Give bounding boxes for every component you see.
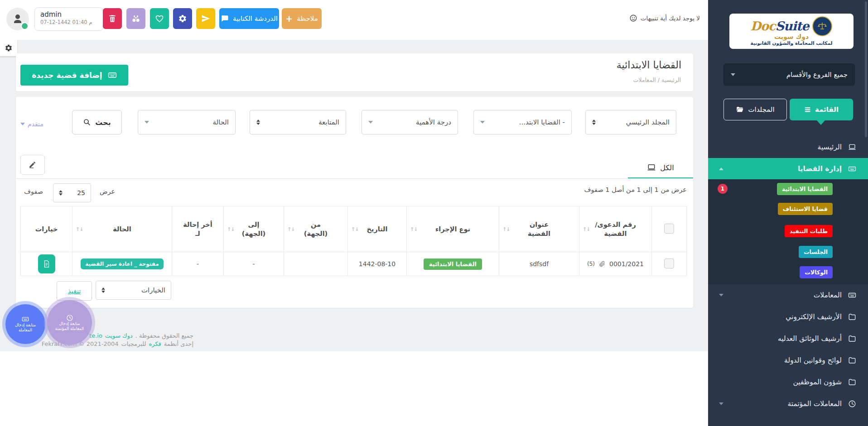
cell-to-entity: - [224, 252, 284, 276]
paper-plane-icon [201, 14, 210, 23]
submenu-sessions[interactable]: الجلسات [799, 246, 833, 258]
binoculars-button[interactable] [126, 8, 145, 29]
sidebar-scrollbar[interactable] [865, 1, 867, 137]
updown-icon [592, 120, 596, 125]
page-size-select[interactable]: 25 [53, 183, 91, 202]
sidebar-item-transactions[interactable]: المعاملات [708, 284, 868, 306]
company-link[interactable]: فكره [149, 340, 161, 348]
chevron-down-icon [719, 294, 723, 297]
keyboard-icon [108, 71, 117, 80]
header-checkbox-cell[interactable] [652, 206, 687, 252]
sort-icon[interactable]: ↓↑ [502, 226, 510, 232]
breadcrumb[interactable]: الرئيسية / المعاملات [633, 77, 681, 83]
header-date[interactable]: التاريخ ↓↑ [348, 206, 407, 252]
sidebar-item-lawyer-card[interactable]: بطاقة المحامي [708, 420, 868, 426]
header-case-number[interactable]: رقم الدعوى/القضية ↓↑ [579, 206, 652, 252]
filter-main-folder[interactable]: المجلد الرئيسي [585, 110, 676, 134]
menu-tab[interactable]: ≡ القائمة [790, 99, 853, 120]
favorites-button[interactable] [150, 8, 169, 29]
sidebar-item-label: المعاملات المؤتمتة [787, 400, 842, 408]
submenu-execution-requests[interactable]: طلبات التنفيذ [785, 225, 833, 237]
paperclip-icon[interactable] [598, 260, 606, 268]
header-status[interactable]: الحالة ↓↑ [72, 206, 172, 252]
execute-button[interactable]: تنفيذ [57, 281, 92, 301]
tab-all-label: الكل [660, 163, 674, 172]
cell-options [21, 252, 72, 276]
sort-icon[interactable]: ↓↑ [583, 226, 590, 232]
chevron-down-icon [731, 73, 735, 76]
filter-label: درجة الأهمية [416, 118, 451, 126]
filter-label: المجلد الرئيسي [626, 118, 670, 126]
filter-label: المتابعة [318, 118, 339, 126]
submenu-agencies[interactable]: الوكالات [800, 266, 833, 278]
follow-entry-auto-fab[interactable]: متابعة إدخال المعاملة المؤتمتة [47, 300, 92, 345]
branches-select[interactable]: جميع الفروع والأقسام [723, 63, 855, 86]
company-pre: إحدى أنظمة [164, 340, 193, 348]
filter-importance[interactable]: درجة الأهمية [362, 110, 458, 134]
sort-icon[interactable]: ↓↑ [76, 226, 83, 232]
smiley-icon [629, 14, 637, 22]
bulk-options-select[interactable]: الخيارات [96, 281, 171, 300]
header-case-title[interactable]: عنوانالقضية ↓↑ [499, 206, 579, 252]
notifications-status[interactable]: لا يوجد لديك أية تنبيهات [629, 14, 700, 22]
follow-entry-label: متابعة إدخال المعاملة [11, 323, 40, 333]
submenu-appeal-cases[interactable]: قضايا الاستئناف [778, 203, 833, 215]
tab-all[interactable]: الكل [628, 156, 693, 179]
row-checkbox[interactable] [664, 258, 674, 268]
action-type-badge[interactable]: القضايا الابتدائية [424, 258, 482, 270]
select-all-checkbox[interactable] [664, 224, 674, 234]
company-post: للبرمجيات [121, 340, 146, 348]
sidebar-item-hr[interactable]: شؤون الموظفين [708, 371, 868, 393]
sidebar-item-judicial-docs[interactable]: أرشيف الوثائق العدليه [708, 328, 868, 349]
sidebar-item-case-management[interactable]: إدارة القضايا [708, 158, 868, 179]
folder-icon [848, 378, 856, 386]
page-size-value: 25 [77, 189, 85, 196]
row-checkbox-cell[interactable] [652, 252, 687, 276]
attachments-count[interactable]: (5) [587, 261, 595, 267]
edit-view-button[interactable] [20, 155, 45, 175]
submenu-primary-cases[interactable]: القضايا الابتدائية [777, 183, 833, 195]
filter-case-type[interactable]: - القضايا الابتد... [473, 110, 572, 134]
header-to-entity[interactable]: إلى(الجهة) ↓↑ [224, 206, 284, 252]
header-action-type[interactable]: نوع الإجراء ↓↑ [407, 206, 499, 252]
search-button[interactable]: بحث [72, 110, 122, 134]
chat-button[interactable]: الدردشة الكتابية [219, 8, 279, 29]
sidebar-item-state-laws[interactable]: لوائح وقوانين الدولة [708, 349, 868, 371]
settings-button[interactable] [173, 8, 192, 29]
folders-tab[interactable]: المجلدات [723, 99, 787, 120]
case-number: 0001/2021 [609, 260, 644, 268]
folder-icon [848, 335, 856, 343]
filter-follow-up[interactable]: المتابعة [250, 110, 346, 134]
trash-icon [108, 14, 117, 23]
brand-link[interactable]: دوك سويت [105, 332, 133, 340]
advanced-search-link[interactable]: متقدم [20, 120, 43, 128]
site-link-fragment[interactable]: te.io [89, 332, 102, 340]
sidebar-item-automated-transactions[interactable]: المعاملات المؤتمتة [708, 393, 868, 415]
chevron-down-icon [480, 121, 485, 124]
sort-icon[interactable]: ↓↑ [287, 226, 294, 232]
sort-icon[interactable]: ↓↑ [410, 226, 417, 232]
chevron-up-icon [719, 168, 723, 170]
sort-icon[interactable]: ↓↑ [227, 226, 234, 232]
sort-icon[interactable]: ↓↑ [351, 226, 358, 232]
add-note-button[interactable]: + ملاحظة [282, 8, 322, 29]
settings-tab[interactable] [0, 40, 17, 56]
follow-entry-fab[interactable]: متابعة إدخال المعاملة [5, 304, 45, 344]
user-info-box[interactable]: admin م 01:40 1442-12-07 [34, 7, 103, 31]
filter-status[interactable]: الحالة [138, 110, 236, 134]
header-from-entity[interactable]: من(الجهة) ↓↑ [284, 206, 348, 252]
sidebar-item-home[interactable]: الرئيسية [708, 136, 868, 158]
folder-open-icon [736, 105, 744, 114]
main-area: admin م 01:40 1442-12-07 الدردشة الكتابي… [0, 0, 708, 426]
branches-label: جميع الفروع والأقسام [786, 71, 848, 79]
brand-logo[interactable]: DocSuite دوك سويت لمكاتب المحاماة والشؤو… [729, 14, 854, 49]
person-icon [12, 14, 23, 24]
document-icon [43, 260, 51, 268]
send-button[interactable] [196, 8, 215, 29]
avatar[interactable] [6, 8, 29, 30]
sidebar-item-e-archive[interactable]: الأرشيف الإلكتروني [708, 306, 868, 328]
add-case-button[interactable]: إضافة قضية جديدة [20, 65, 128, 86]
online-status-dot [21, 22, 29, 30]
trash-button[interactable] [103, 8, 122, 29]
open-case-button[interactable] [38, 254, 55, 273]
